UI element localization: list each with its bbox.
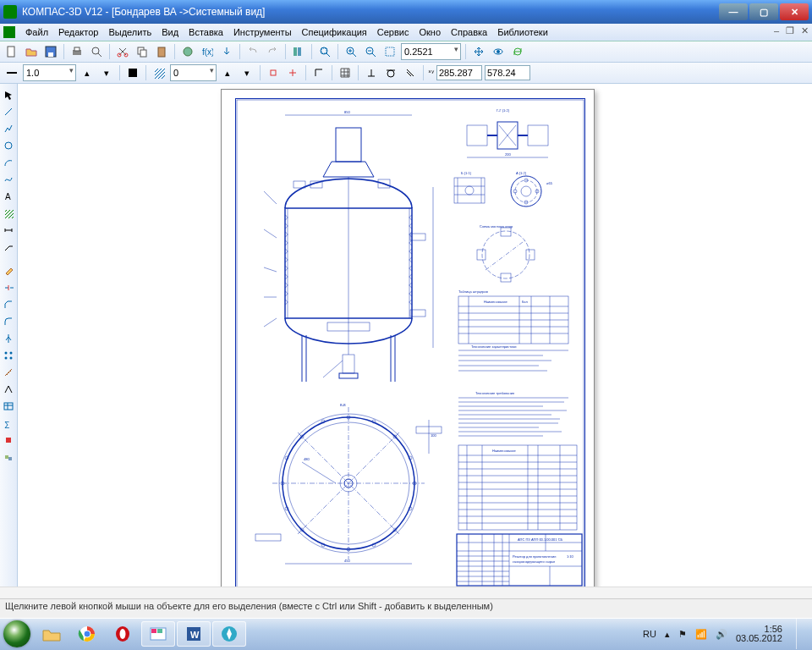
taskbar-chrome-icon[interactable] bbox=[70, 621, 104, 647]
line-weight-combo[interactable]: 1.0 bbox=[23, 64, 76, 81]
menu-libraries[interactable]: Библиотеки bbox=[492, 25, 553, 39]
tool-assembly-icon[interactable] bbox=[1, 449, 16, 465]
paste-button[interactable] bbox=[153, 43, 170, 60]
copy-button[interactable] bbox=[134, 43, 151, 60]
lang-indicator[interactable]: RU bbox=[643, 629, 656, 639]
cut-button[interactable] bbox=[114, 43, 131, 60]
tool-arc-icon[interactable] bbox=[1, 155, 16, 170]
print-button[interactable] bbox=[69, 43, 85, 60]
tool-line-icon[interactable] bbox=[1, 104, 16, 119]
close-button[interactable]: ✕ bbox=[780, 3, 809, 20]
tool-leader-icon[interactable] bbox=[1, 240, 16, 255]
document-icon[interactable] bbox=[3, 26, 15, 38]
menu-help[interactable]: Справка bbox=[446, 25, 492, 39]
open-button[interactable] bbox=[23, 43, 40, 60]
mdi-minimize-button[interactable]: – bbox=[774, 25, 779, 36]
taskbar-kompas-icon[interactable] bbox=[212, 621, 246, 647]
tool-pointer-icon[interactable] bbox=[1, 87, 16, 102]
taskbar-opera-icon[interactable] bbox=[106, 621, 140, 647]
tray-up-icon[interactable]: ▴ bbox=[665, 629, 670, 640]
color-button[interactable] bbox=[124, 64, 141, 81]
coord-x-input[interactable] bbox=[436, 65, 482, 80]
mdi-restore-button[interactable]: ❐ bbox=[786, 25, 794, 36]
offset-combo[interactable]: 0 bbox=[170, 64, 217, 81]
tool-mirror-icon[interactable] bbox=[1, 331, 16, 346]
tool-polyline-icon[interactable] bbox=[1, 121, 16, 136]
preview-button[interactable] bbox=[88, 43, 105, 60]
menu-insert[interactable]: Вставка bbox=[184, 25, 228, 39]
tangent-icon[interactable] bbox=[382, 64, 399, 81]
menu-spec[interactable]: Спецификация bbox=[297, 25, 372, 39]
grid-button[interactable] bbox=[337, 64, 354, 81]
maximize-button[interactable]: ▢ bbox=[749, 3, 778, 20]
parallel-icon[interactable] bbox=[402, 64, 419, 81]
zoom-out-button[interactable] bbox=[362, 43, 379, 60]
line-style-button[interactable] bbox=[3, 64, 20, 81]
svg-point-82 bbox=[465, 186, 474, 195]
tool-fillet-icon[interactable] bbox=[1, 314, 16, 329]
menu-tools[interactable]: Инструменты bbox=[228, 25, 297, 39]
ortho-button[interactable] bbox=[310, 64, 327, 81]
menu-edit[interactable]: Редактор bbox=[53, 25, 103, 39]
rebuild-button[interactable] bbox=[509, 43, 526, 60]
redo-button[interactable] bbox=[264, 43, 281, 60]
tool-roughness-icon[interactable] bbox=[1, 382, 16, 397]
pan-button[interactable] bbox=[470, 43, 487, 60]
svg-text:Наименование: Наименование bbox=[484, 300, 508, 304]
variables-button[interactable]: f(x) bbox=[199, 43, 216, 60]
tool-chamfer-icon[interactable] bbox=[1, 297, 16, 312]
menu-select[interactable]: Выделить bbox=[103, 25, 156, 39]
tool-circle-icon[interactable] bbox=[1, 138, 16, 153]
snap-mid-button[interactable] bbox=[284, 64, 301, 81]
tool-hatch-icon[interactable] bbox=[1, 206, 16, 221]
zoom-in-button[interactable] bbox=[343, 43, 359, 60]
zoom-window-button[interactable] bbox=[381, 43, 398, 60]
perpendicular-icon[interactable] bbox=[363, 64, 380, 81]
zoom-combo[interactable]: 0.2521 bbox=[401, 43, 461, 60]
tool-parametric-icon[interactable]: ∑ bbox=[1, 416, 16, 431]
tray-network-icon[interactable]: 📶 bbox=[695, 629, 707, 640]
menu-window[interactable]: Окно bbox=[414, 25, 446, 39]
new-button[interactable] bbox=[3, 43, 20, 60]
menu-service[interactable]: Сервис bbox=[372, 25, 414, 39]
taskbar-explorer-icon[interactable] bbox=[35, 621, 69, 647]
tool-table-icon[interactable] bbox=[1, 399, 16, 414]
tool-dimension-icon[interactable] bbox=[1, 223, 16, 238]
tool-measure-icon[interactable] bbox=[1, 365, 16, 380]
menu-file[interactable]: Файл bbox=[20, 25, 53, 39]
system-tray: RU ▴ ⚑ 📶 🔊 1:56 03.05.2012 bbox=[643, 619, 812, 649]
properties-button[interactable] bbox=[179, 43, 196, 60]
tray-volume-icon[interactable]: 🔊 bbox=[716, 629, 727, 640]
tool-constraints-icon[interactable] bbox=[1, 432, 16, 448]
drawing-canvas[interactable]: 850 bbox=[18, 84, 812, 602]
tray-flag-icon[interactable]: ⚑ bbox=[678, 629, 687, 640]
tool-spline-icon[interactable] bbox=[1, 172, 16, 187]
snap-end-button[interactable] bbox=[265, 64, 282, 81]
save-button[interactable] bbox=[42, 43, 59, 60]
taskbar-word-icon[interactable]: W bbox=[177, 621, 211, 647]
down-icon[interactable] bbox=[218, 43, 235, 60]
tool-edit-icon[interactable] bbox=[1, 263, 16, 278]
tool-trim-icon[interactable] bbox=[1, 280, 16, 295]
coord-y-input[interactable] bbox=[485, 65, 530, 80]
start-button[interactable] bbox=[0, 618, 34, 650]
tool-array-icon[interactable] bbox=[1, 348, 16, 363]
spin-down-icon[interactable]: ▾ bbox=[98, 64, 115, 81]
library-manager-button[interactable] bbox=[290, 43, 307, 60]
undo-button[interactable] bbox=[244, 43, 261, 60]
tray-clock[interactable]: 1:56 03.05.2012 bbox=[736, 625, 782, 643]
menu-view[interactable]: Вид bbox=[156, 25, 184, 39]
zoom-fit-button[interactable] bbox=[316, 43, 333, 60]
taskbar-paint-icon[interactable] bbox=[141, 621, 175, 647]
show-desktop-button[interactable] bbox=[796, 619, 807, 649]
tool-text-icon[interactable]: A bbox=[1, 189, 16, 204]
svg-rect-14 bbox=[298, 47, 301, 56]
minimize-button[interactable]: — bbox=[719, 3, 748, 20]
mdi-close-button[interactable]: ✕ bbox=[801, 25, 809, 36]
spin-up-icon[interactable]: ▴ bbox=[79, 64, 96, 81]
svg-point-84 bbox=[511, 176, 541, 207]
spin-down-2-icon[interactable]: ▾ bbox=[239, 64, 255, 81]
spin-up-2-icon[interactable]: ▴ bbox=[219, 64, 236, 81]
orbit-button[interactable] bbox=[490, 43, 507, 60]
hatch-button[interactable] bbox=[151, 64, 167, 81]
